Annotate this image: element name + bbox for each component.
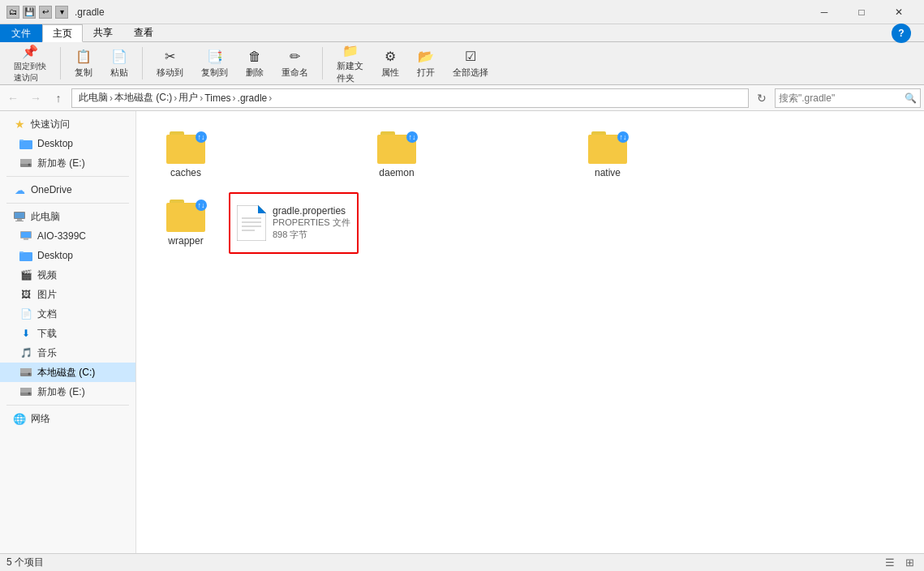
tab-share[interactable]: 共享	[83, 24, 123, 41]
sidebar-label-network: 网络	[31, 412, 50, 426]
copy-button[interactable]: 📋 复制	[67, 45, 100, 83]
sidebar-item-desktop[interactable]: Desktop	[0, 134, 135, 153]
pin-label: 固定到快速访问	[14, 61, 46, 84]
sidebar-label-pictures: 图片	[37, 288, 57, 302]
properties-icon: ⚙	[382, 49, 398, 65]
sidebar-item-drive-e[interactable]: 新加卷 (E:)	[0, 153, 135, 173]
rename-button[interactable]: ✏ 重命名	[274, 45, 316, 83]
ribbon-sep-2	[142, 47, 143, 79]
rename-icon: ✏	[287, 49, 303, 65]
folder-caches[interactable]: ↑↓ caches	[149, 124, 222, 186]
search-icon: 🔍	[905, 92, 917, 104]
sidebar-item-this-pc[interactable]: 此电脑	[0, 207, 135, 226]
sidebar-item-local-disk-c[interactable]: 本地磁盘 (C:)	[0, 363, 135, 382]
minimize-button[interactable]: ─	[806, 0, 843, 24]
svg-rect-19	[20, 388, 32, 393]
svg-rect-7	[15, 213, 24, 218]
select-label: 全部选择	[453, 67, 488, 79]
delete-button[interactable]: 🗑 删除	[239, 45, 271, 83]
maximize-button[interactable]: □	[843, 0, 880, 24]
star-icon: ★	[13, 118, 26, 131]
quick-undo-icon[interactable]: ↩	[39, 6, 52, 19]
ribbon-sep-3	[322, 47, 323, 79]
newfolder-button[interactable]: 📁 新建文件夹	[329, 38, 371, 88]
copy-to-button[interactable]: 📑 复制到	[194, 45, 235, 83]
sidebar-label-desktop: Desktop	[37, 138, 73, 149]
file-gradle-properties[interactable]: gradle.properties PROPERTIES 文件 898 字节	[229, 192, 359, 254]
sidebar-item-desktop2[interactable]: Desktop	[0, 246, 135, 265]
move-to-button[interactable]: ✂ 移动到	[149, 45, 191, 83]
copy-label: 复制	[75, 67, 92, 79]
dropdown-icon[interactable]: ▾	[55, 6, 68, 19]
back-button[interactable]: ←	[3, 88, 23, 108]
folder-daemon-label: daemon	[379, 167, 414, 178]
pin-to-quickaccess-button[interactable]: 📌 固定到快速访问	[6, 39, 54, 88]
search-box[interactable]: 🔍	[775, 88, 921, 108]
sidebar-item-quick-access[interactable]: ★ 快速访问	[0, 114, 135, 134]
sidebar-item-video[interactable]: 🎬 视频	[0, 265, 135, 285]
svg-rect-2	[19, 140, 24, 141]
music-icon: 🎵	[19, 346, 32, 359]
refresh-button[interactable]: ↻	[752, 88, 771, 108]
sidebar-label-desktop2: Desktop	[37, 250, 73, 261]
tab-view[interactable]: 查看	[123, 24, 164, 41]
breadcrumb-gradle[interactable]: .gradle	[238, 92, 268, 104]
window-controls: ─ □ ✕	[806, 0, 918, 24]
sidebar-item-drive-e2[interactable]: 新加卷 (E:)	[0, 382, 135, 401]
breadcrumb-times[interactable]: Times	[204, 92, 230, 104]
close-button[interactable]: ✕	[880, 0, 918, 24]
folder-wrapper[interactable]: ↑↓ wrapper	[149, 192, 222, 254]
sidebar-item-aio[interactable]: AIO-3399C	[0, 226, 135, 246]
address-field[interactable]: 此电脑 › 本地磁盘 (C:) › 用户 › Times › .gradle ›	[71, 88, 749, 108]
view-details-button[interactable]: ☰	[882, 555, 898, 571]
sidebar-item-docs[interactable]: 📄 文档	[0, 304, 135, 324]
paste-label: 粘贴	[110, 67, 128, 79]
properties-file-name: gradle.properties	[273, 205, 350, 217]
sidebar-label-this-pc: 此电脑	[31, 210, 60, 224]
search-input[interactable]	[779, 92, 905, 104]
breadcrumb-c[interactable]: 本地磁盘 (C:)	[114, 91, 172, 105]
folder-wrapper-icon: ↑↓	[166, 200, 205, 232]
sidebar-label-music: 音乐	[37, 346, 57, 360]
sync-badge-wrapper: ↑↓	[196, 200, 207, 211]
ribbon-actions: 📌 固定到快速访问 📋 复制 📄 粘贴 ✂ 移动到 📑 复制到 🗑 删除 ✏ 重…	[0, 42, 924, 84]
sidebar-item-music[interactable]: 🎵 音乐	[0, 343, 135, 363]
sidebar-label-aio: AIO-3399C	[37, 230, 86, 242]
svg-rect-13	[19, 252, 32, 261]
svg-point-17	[28, 373, 31, 376]
select-button[interactable]: ☑ 全部选择	[445, 45, 496, 83]
sidebar-item-downloads[interactable]: ⬇ 下载	[0, 324, 135, 343]
video-icon: 🎬	[19, 268, 32, 281]
open-button[interactable]: 📂 打开	[410, 45, 442, 83]
help-button[interactable]: ?	[892, 24, 911, 43]
sidebar-label-quick-access: 快速访问	[31, 118, 70, 131]
sidebar-item-onedrive[interactable]: ☁ OneDrive	[0, 180, 135, 200]
open-icon: 📂	[418, 49, 434, 65]
sidebar-item-network[interactable]: 🌐 网络	[0, 409, 135, 428]
sidebar-divider-3	[6, 405, 129, 406]
view-large-icons-button[interactable]: ⊞	[901, 555, 918, 571]
folder-native[interactable]: ↑↓ native	[571, 124, 644, 186]
svg-point-20	[28, 393, 31, 395]
breadcrumb-pc[interactable]: 此电脑	[79, 91, 108, 105]
paste-button[interactable]: 📄 粘贴	[103, 45, 135, 83]
properties-label: 属性	[381, 67, 399, 79]
forward-button[interactable]: →	[26, 88, 45, 108]
sidebar-label-docs: 文档	[37, 307, 57, 321]
drive-e-icon	[19, 157, 32, 170]
properties-button[interactable]: ⚙ 属性	[374, 45, 406, 83]
breadcrumb-users[interactable]: 用户	[178, 91, 198, 105]
folder-daemon[interactable]: ↑↓ daemon	[360, 124, 433, 186]
app-icon: 🗂	[6, 6, 19, 19]
sidebar-item-pictures[interactable]: 🖼 图片	[0, 285, 135, 304]
breadcrumb: 此电脑 › 本地磁盘 (C:) › 用户 › Times › .gradle ›	[79, 91, 272, 105]
svg-rect-12	[24, 238, 28, 240]
folder-caches-icon: ↑↓	[166, 131, 205, 164]
quick-save-icon[interactable]: 💾	[23, 6, 36, 19]
status-bar: 5 个项目 ☰ ⊞	[0, 553, 924, 571]
pictures-icon: 🖼	[19, 288, 32, 301]
svg-rect-16	[20, 368, 32, 373]
up-button[interactable]: ↑	[49, 88, 68, 108]
properties-file-size: 898 字节	[273, 229, 350, 241]
folder-desktop-icon	[19, 137, 32, 150]
